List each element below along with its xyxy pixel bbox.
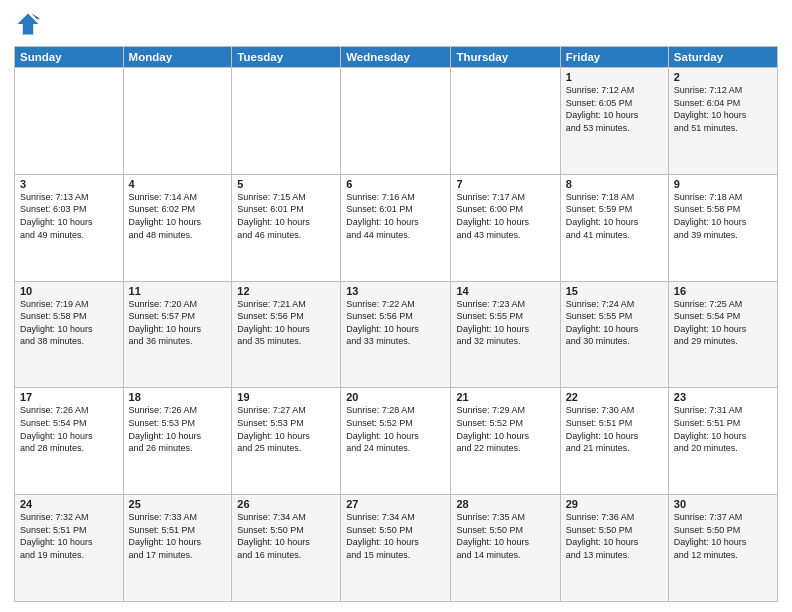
day-number: 8	[566, 178, 663, 190]
logo-icon	[14, 10, 42, 38]
col-header-monday: Monday	[123, 47, 232, 68]
col-header-thursday: Thursday	[451, 47, 560, 68]
day-number: 14	[456, 285, 554, 297]
day-number: 22	[566, 391, 663, 403]
day-number: 13	[346, 285, 445, 297]
day-info: Sunrise: 7:18 AM Sunset: 5:58 PM Dayligh…	[674, 191, 772, 241]
day-number: 21	[456, 391, 554, 403]
day-number: 11	[129, 285, 227, 297]
day-info: Sunrise: 7:20 AM Sunset: 5:57 PM Dayligh…	[129, 298, 227, 348]
calendar: SundayMondayTuesdayWednesdayThursdayFrid…	[14, 46, 778, 602]
day-info: Sunrise: 7:23 AM Sunset: 5:55 PM Dayligh…	[456, 298, 554, 348]
col-header-sunday: Sunday	[15, 47, 124, 68]
calendar-week-row: 17Sunrise: 7:26 AM Sunset: 5:54 PM Dayli…	[15, 388, 778, 495]
calendar-cell: 14Sunrise: 7:23 AM Sunset: 5:55 PM Dayli…	[451, 281, 560, 388]
day-info: Sunrise: 7:34 AM Sunset: 5:50 PM Dayligh…	[237, 511, 335, 561]
calendar-cell: 9Sunrise: 7:18 AM Sunset: 5:58 PM Daylig…	[668, 174, 777, 281]
calendar-cell	[15, 68, 124, 175]
day-number: 10	[20, 285, 118, 297]
calendar-cell: 25Sunrise: 7:33 AM Sunset: 5:51 PM Dayli…	[123, 495, 232, 602]
day-number: 25	[129, 498, 227, 510]
day-info: Sunrise: 7:36 AM Sunset: 5:50 PM Dayligh…	[566, 511, 663, 561]
day-number: 16	[674, 285, 772, 297]
svg-marker-1	[32, 14, 41, 19]
calendar-cell: 19Sunrise: 7:27 AM Sunset: 5:53 PM Dayli…	[232, 388, 341, 495]
col-header-friday: Friday	[560, 47, 668, 68]
col-header-tuesday: Tuesday	[232, 47, 341, 68]
calendar-week-row: 24Sunrise: 7:32 AM Sunset: 5:51 PM Dayli…	[15, 495, 778, 602]
day-info: Sunrise: 7:19 AM Sunset: 5:58 PM Dayligh…	[20, 298, 118, 348]
calendar-cell: 26Sunrise: 7:34 AM Sunset: 5:50 PM Dayli…	[232, 495, 341, 602]
day-info: Sunrise: 7:37 AM Sunset: 5:50 PM Dayligh…	[674, 511, 772, 561]
day-number: 4	[129, 178, 227, 190]
day-info: Sunrise: 7:12 AM Sunset: 6:04 PM Dayligh…	[674, 84, 772, 134]
calendar-cell: 17Sunrise: 7:26 AM Sunset: 5:54 PM Dayli…	[15, 388, 124, 495]
day-info: Sunrise: 7:22 AM Sunset: 5:56 PM Dayligh…	[346, 298, 445, 348]
calendar-cell: 7Sunrise: 7:17 AM Sunset: 6:00 PM Daylig…	[451, 174, 560, 281]
day-info: Sunrise: 7:26 AM Sunset: 5:54 PM Dayligh…	[20, 404, 118, 454]
calendar-cell: 12Sunrise: 7:21 AM Sunset: 5:56 PM Dayli…	[232, 281, 341, 388]
day-number: 5	[237, 178, 335, 190]
col-header-wednesday: Wednesday	[341, 47, 451, 68]
day-number: 2	[674, 71, 772, 83]
calendar-cell: 21Sunrise: 7:29 AM Sunset: 5:52 PM Dayli…	[451, 388, 560, 495]
calendar-cell: 28Sunrise: 7:35 AM Sunset: 5:50 PM Dayli…	[451, 495, 560, 602]
calendar-cell	[341, 68, 451, 175]
calendar-cell: 10Sunrise: 7:19 AM Sunset: 5:58 PM Dayli…	[15, 281, 124, 388]
day-info: Sunrise: 7:18 AM Sunset: 5:59 PM Dayligh…	[566, 191, 663, 241]
calendar-cell: 15Sunrise: 7:24 AM Sunset: 5:55 PM Dayli…	[560, 281, 668, 388]
day-info: Sunrise: 7:15 AM Sunset: 6:01 PM Dayligh…	[237, 191, 335, 241]
header	[14, 10, 778, 38]
calendar-week-row: 10Sunrise: 7:19 AM Sunset: 5:58 PM Dayli…	[15, 281, 778, 388]
day-info: Sunrise: 7:12 AM Sunset: 6:05 PM Dayligh…	[566, 84, 663, 134]
calendar-cell	[451, 68, 560, 175]
calendar-week-row: 1Sunrise: 7:12 AM Sunset: 6:05 PM Daylig…	[15, 68, 778, 175]
day-info: Sunrise: 7:25 AM Sunset: 5:54 PM Dayligh…	[674, 298, 772, 348]
calendar-cell: 18Sunrise: 7:26 AM Sunset: 5:53 PM Dayli…	[123, 388, 232, 495]
calendar-cell: 3Sunrise: 7:13 AM Sunset: 6:03 PM Daylig…	[15, 174, 124, 281]
day-info: Sunrise: 7:35 AM Sunset: 5:50 PM Dayligh…	[456, 511, 554, 561]
day-info: Sunrise: 7:21 AM Sunset: 5:56 PM Dayligh…	[237, 298, 335, 348]
day-number: 23	[674, 391, 772, 403]
day-number: 30	[674, 498, 772, 510]
calendar-cell	[232, 68, 341, 175]
day-info: Sunrise: 7:32 AM Sunset: 5:51 PM Dayligh…	[20, 511, 118, 561]
day-info: Sunrise: 7:31 AM Sunset: 5:51 PM Dayligh…	[674, 404, 772, 454]
calendar-cell	[123, 68, 232, 175]
calendar-cell: 13Sunrise: 7:22 AM Sunset: 5:56 PM Dayli…	[341, 281, 451, 388]
calendar-header-row: SundayMondayTuesdayWednesdayThursdayFrid…	[15, 47, 778, 68]
calendar-cell: 22Sunrise: 7:30 AM Sunset: 5:51 PM Dayli…	[560, 388, 668, 495]
day-number: 27	[346, 498, 445, 510]
calendar-cell: 20Sunrise: 7:28 AM Sunset: 5:52 PM Dayli…	[341, 388, 451, 495]
day-number: 18	[129, 391, 227, 403]
day-info: Sunrise: 7:27 AM Sunset: 5:53 PM Dayligh…	[237, 404, 335, 454]
day-info: Sunrise: 7:34 AM Sunset: 5:50 PM Dayligh…	[346, 511, 445, 561]
calendar-week-row: 3Sunrise: 7:13 AM Sunset: 6:03 PM Daylig…	[15, 174, 778, 281]
day-info: Sunrise: 7:33 AM Sunset: 5:51 PM Dayligh…	[129, 511, 227, 561]
day-info: Sunrise: 7:13 AM Sunset: 6:03 PM Dayligh…	[20, 191, 118, 241]
day-number: 12	[237, 285, 335, 297]
calendar-cell: 30Sunrise: 7:37 AM Sunset: 5:50 PM Dayli…	[668, 495, 777, 602]
day-info: Sunrise: 7:29 AM Sunset: 5:52 PM Dayligh…	[456, 404, 554, 454]
calendar-cell: 6Sunrise: 7:16 AM Sunset: 6:01 PM Daylig…	[341, 174, 451, 281]
day-number: 15	[566, 285, 663, 297]
calendar-cell: 2Sunrise: 7:12 AM Sunset: 6:04 PM Daylig…	[668, 68, 777, 175]
calendar-cell: 16Sunrise: 7:25 AM Sunset: 5:54 PM Dayli…	[668, 281, 777, 388]
day-info: Sunrise: 7:14 AM Sunset: 6:02 PM Dayligh…	[129, 191, 227, 241]
day-info: Sunrise: 7:26 AM Sunset: 5:53 PM Dayligh…	[129, 404, 227, 454]
day-number: 26	[237, 498, 335, 510]
day-number: 20	[346, 391, 445, 403]
day-number: 9	[674, 178, 772, 190]
day-info: Sunrise: 7:16 AM Sunset: 6:01 PM Dayligh…	[346, 191, 445, 241]
day-number: 19	[237, 391, 335, 403]
day-info: Sunrise: 7:17 AM Sunset: 6:00 PM Dayligh…	[456, 191, 554, 241]
calendar-cell: 8Sunrise: 7:18 AM Sunset: 5:59 PM Daylig…	[560, 174, 668, 281]
calendar-cell: 27Sunrise: 7:34 AM Sunset: 5:50 PM Dayli…	[341, 495, 451, 602]
calendar-cell: 23Sunrise: 7:31 AM Sunset: 5:51 PM Dayli…	[668, 388, 777, 495]
calendar-cell: 4Sunrise: 7:14 AM Sunset: 6:02 PM Daylig…	[123, 174, 232, 281]
day-number: 3	[20, 178, 118, 190]
logo	[14, 10, 46, 38]
day-info: Sunrise: 7:30 AM Sunset: 5:51 PM Dayligh…	[566, 404, 663, 454]
page: SundayMondayTuesdayWednesdayThursdayFrid…	[0, 0, 792, 612]
calendar-cell: 29Sunrise: 7:36 AM Sunset: 5:50 PM Dayli…	[560, 495, 668, 602]
